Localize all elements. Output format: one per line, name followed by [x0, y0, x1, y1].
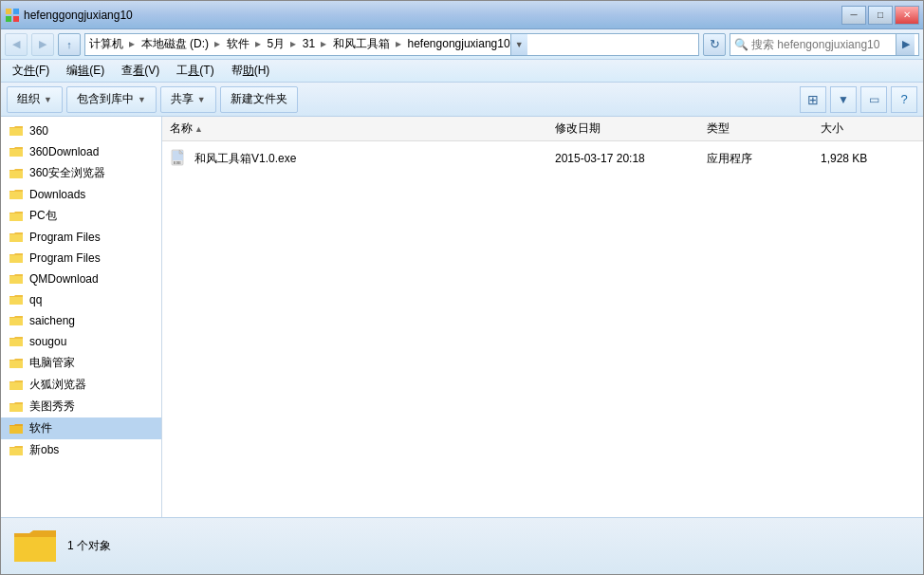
statusbar: 1 个对象 — [1, 517, 923, 574]
content-area: 名称 ▲ 修改日期 类型 大小 — [162, 117, 923, 517]
organize-button[interactable]: 组织 ▼ — [7, 86, 63, 113]
organize-dropdown-arrow: ▼ — [44, 95, 52, 104]
folder-icon — [9, 144, 24, 159]
sidebar-item-meitu[interactable]: 美图秀秀 — [1, 396, 161, 417]
folder-icon — [9, 271, 24, 287]
folder-icon — [9, 356, 24, 371]
sort-arrow-name: ▲ — [194, 124, 203, 134]
titlebar: hefenggongjuxiang10 ─ □ ✕ — [1, 1, 923, 29]
close-button[interactable]: ✕ — [895, 6, 919, 25]
maximize-button[interactable]: □ — [868, 6, 893, 25]
sidebar-item-firefox[interactable]: 火狐浏览器 — [1, 374, 161, 396]
folder-icon — [9, 292, 24, 307]
folder-icon — [9, 187, 24, 202]
menu-edit[interactable]: 编辑(E) — [59, 61, 112, 81]
svg-rect-2 — [6, 16, 11, 22]
folder-icon-selected — [9, 421, 24, 436]
refresh-button[interactable]: ↻ — [703, 33, 726, 56]
preview-pane-button[interactable]: ▭ — [860, 86, 887, 113]
col-header-name[interactable]: 名称 ▲ — [170, 121, 555, 137]
sidebar-item-qmdownload[interactable]: QMDownload — [1, 269, 161, 289]
sidebar-item-newobs[interactable]: 新obs — [1, 439, 161, 461]
status-folder-icon — [12, 524, 58, 569]
sidebar-item-360[interactable]: 360 — [1, 121, 161, 141]
menubar: 文件(F) 编辑(E) 查看(V) 工具(T) 帮助(H) — [1, 60, 923, 83]
sidebar-item-qq[interactable]: qq — [1, 289, 161, 310]
folder-icon — [9, 123, 24, 139]
sidebar-item-ruanjian[interactable]: 软件 — [1, 417, 161, 439]
table-row[interactable]: EXE 和风工具箱V1.0.exe 2015-03-17 20:18 应用程序 … — [162, 145, 923, 172]
minimize-button[interactable]: ─ — [841, 6, 866, 25]
share-button[interactable]: 共享 ▼ — [160, 86, 216, 113]
exe-file-icon: EXE — [170, 149, 189, 168]
view-options-button[interactable]: ⊞ — [800, 86, 826, 113]
sidebar-item-downloads[interactable]: Downloads — [1, 184, 161, 205]
menu-tools[interactable]: 工具(T) — [169, 61, 221, 81]
menu-view[interactable]: 查看(V) — [114, 61, 167, 81]
include-dropdown-arrow: ▼ — [138, 95, 146, 104]
col-header-date[interactable]: 修改日期 — [555, 121, 707, 137]
include-library-button[interactable]: 包含到库中 ▼ — [66, 86, 157, 113]
navbar: ◀ ▶ ↑ 计算机 ▸ 本地磁盘 (D:) ▸ 软件 ▸ 5月 ▸ 31 ▸ 和… — [1, 29, 923, 60]
menu-help[interactable]: 帮助(H) — [224, 61, 278, 81]
folder-icon — [9, 230, 24, 245]
file-name-cell: EXE 和风工具箱V1.0.exe — [170, 149, 555, 168]
up-button[interactable]: ↑ — [58, 33, 81, 56]
back-button[interactable]: ◀ — [5, 33, 28, 56]
main-area: 360 360Download 360安全浏览器 — [1, 117, 923, 517]
search-button[interactable]: ▶ — [896, 34, 915, 55]
search-icon: 🔍 — [734, 38, 748, 51]
toolbar: 组织 ▼ 包含到库中 ▼ 共享 ▼ 新建文件夹 ⊞ ▼ ▭ ? — [1, 83, 923, 117]
sidebar-item-pcbao[interactable]: PC包 — [1, 205, 161, 227]
address-dropdown[interactable]: ▼ — [510, 33, 527, 56]
folder-icon — [9, 209, 24, 224]
search-container: 🔍 ▶ — [730, 33, 919, 56]
titlebar-left: hefenggongjuxiang10 — [5, 8, 133, 23]
help-button[interactable]: ? — [891, 86, 917, 113]
forward-button[interactable]: ▶ — [31, 33, 54, 56]
menu-file[interactable]: 文件(F) — [5, 61, 57, 81]
sidebar-item-360browser[interactable]: 360安全浏览器 — [1, 162, 161, 184]
view-toggle-button[interactable]: ▼ — [830, 86, 857, 113]
folder-icon — [9, 166, 24, 181]
folder-icon — [9, 378, 24, 393]
address-text: 计算机 ▸ 本地磁盘 (D:) ▸ 软件 ▸ 5月 ▸ 31 ▸ 和风工具箱 ▸… — [89, 36, 510, 52]
folder-icon — [9, 399, 24, 415]
sidebar-item-saicheng[interactable]: saicheng — [1, 310, 161, 331]
file-type: 应用程序 — [707, 151, 821, 167]
file-list: EXE 和风工具箱V1.0.exe 2015-03-17 20:18 应用程序 … — [162, 141, 923, 517]
search-input[interactable] — [751, 38, 896, 51]
titlebar-buttons: ─ □ ✕ — [841, 6, 919, 25]
folder-icon — [9, 443, 24, 458]
sidebar: 360 360Download 360安全浏览器 — [1, 117, 162, 517]
file-date: 2015-03-17 20:18 — [555, 152, 707, 165]
svg-rect-0 — [6, 9, 11, 14]
folder-icon — [9, 313, 24, 328]
sidebar-item-360download[interactable]: 360Download — [1, 141, 161, 162]
folder-icon — [9, 250, 24, 266]
folder-icon — [9, 334, 24, 349]
svg-text:EXE: EXE — [174, 160, 181, 165]
toolbar-right: ⊞ ▼ ▭ ? — [800, 86, 917, 113]
window-icon — [5, 8, 20, 23]
col-header-type[interactable]: 类型 — [707, 121, 821, 137]
file-size: 1,928 KB — [821, 152, 915, 165]
address-bar[interactable]: 计算机 ▸ 本地磁盘 (D:) ▸ 软件 ▸ 5月 ▸ 31 ▸ 和风工具箱 ▸… — [84, 33, 699, 56]
sidebar-item-sougou[interactable]: sougou — [1, 331, 161, 352]
svg-rect-3 — [13, 16, 19, 22]
titlebar-title: hefenggongjuxiang10 — [24, 9, 133, 22]
sidebar-item-programfiles1[interactable]: Program Files — [1, 227, 161, 248]
sidebar-item-programfiles2[interactable]: Program Files — [1, 248, 161, 269]
column-headers: 名称 ▲ 修改日期 类型 大小 — [162, 117, 923, 141]
status-text: 1 个对象 — [67, 538, 111, 554]
sidebar-item-pcmanager[interactable]: 电脑管家 — [1, 352, 161, 374]
new-folder-button[interactable]: 新建文件夹 — [220, 86, 298, 113]
explorer-window: hefenggongjuxiang10 ─ □ ✕ ◀ ▶ ↑ 计算机 ▸ 本地… — [0, 0, 924, 575]
svg-rect-1 — [13, 9, 19, 14]
share-dropdown-arrow: ▼ — [197, 95, 206, 104]
col-header-size[interactable]: 大小 — [821, 121, 915, 137]
